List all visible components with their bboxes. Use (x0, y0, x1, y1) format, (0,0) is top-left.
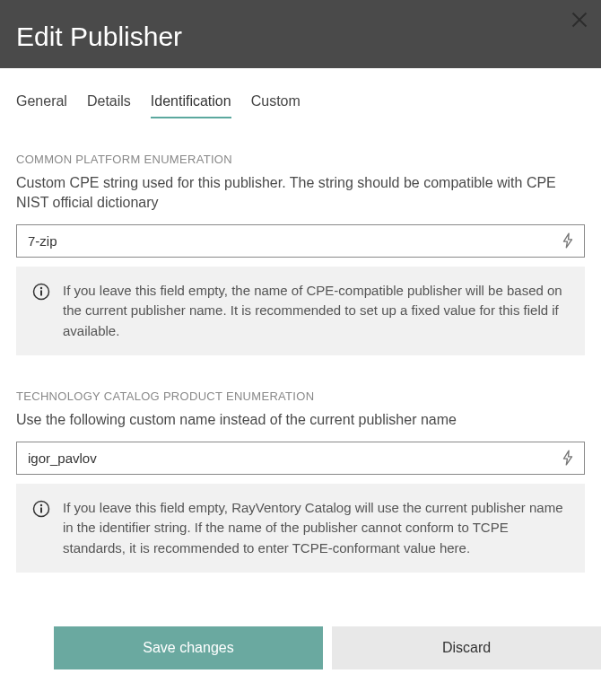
tab-identification[interactable]: Identification (151, 93, 231, 118)
svg-point-3 (40, 287, 42, 289)
dialog-header: Edit Publisher (0, 0, 601, 68)
tcpe-description: Use the following custom name instead of… (16, 410, 585, 430)
cpe-input-wrap (16, 224, 585, 258)
tab-custom[interactable]: Custom (251, 93, 300, 118)
tab-details[interactable]: Details (87, 93, 131, 118)
cpe-info-box: If you leave this field empty, the name … (16, 267, 585, 356)
dialog-content: General Details Identification Custom CO… (0, 93, 601, 573)
tcpe-input-wrap (16, 442, 585, 475)
cpe-description: Custom CPE string used for this publishe… (16, 173, 585, 214)
save-button[interactable]: Save changes (54, 626, 323, 669)
tcpe-info-box: If you leave this field empty, RayVentor… (16, 484, 585, 573)
svg-rect-4 (40, 290, 42, 295)
tcpe-input[interactable] (16, 442, 585, 475)
tcpe-label: TECHNOLOGY CATALOG PRODUCT ENUMERATION (16, 389, 585, 403)
info-icon (32, 283, 50, 301)
cpe-section: COMMON PLATFORM ENUMERATION Custom CPE s… (16, 153, 585, 355)
cpe-info-text: If you leave this field empty, the name … (63, 281, 569, 342)
cpe-input[interactable] (16, 224, 585, 258)
tab-bar: General Details Identification Custom (16, 93, 585, 118)
dialog-footer: Save changes Discard (0, 626, 601, 669)
dialog-title: Edit Publisher (16, 22, 585, 52)
discard-button[interactable]: Discard (332, 626, 601, 669)
close-button[interactable] (571, 11, 588, 29)
tcpe-section: TECHNOLOGY CATALOG PRODUCT ENUMERATION U… (16, 389, 585, 573)
info-icon (32, 500, 50, 518)
svg-point-6 (40, 503, 42, 505)
tab-general[interactable]: General (16, 93, 67, 118)
tcpe-info-text: If you leave this field empty, RayVentor… (63, 498, 569, 559)
cpe-label: COMMON PLATFORM ENUMERATION (16, 153, 585, 166)
svg-rect-7 (40, 507, 42, 512)
close-icon (571, 11, 588, 29)
